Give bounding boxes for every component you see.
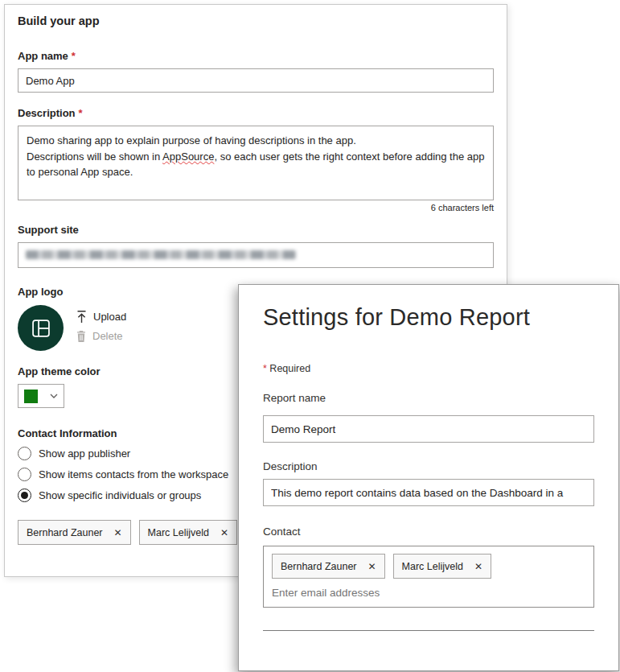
- radio-label: Show specific individuals or groups: [39, 489, 201, 501]
- upload-label: Upload: [93, 311, 126, 323]
- support-site-label: Support site: [18, 224, 494, 236]
- app-logo-icon: [30, 317, 52, 340]
- app-name-label-text: App name: [18, 50, 68, 62]
- required-asterisk: *: [79, 107, 83, 119]
- chip-remove-icon[interactable]: ✕: [368, 561, 376, 572]
- contact-chip[interactable]: Bernhard Zauner ✕: [18, 520, 131, 545]
- radio-circle: [18, 489, 31, 502]
- contact-label: Contact: [263, 526, 594, 538]
- build-panel-title: Build your app: [18, 14, 494, 27]
- theme-color-dropdown[interactable]: [18, 384, 64, 408]
- appsource-word: AppSource: [162, 150, 214, 163]
- contact-chip[interactable]: Marc Lelijveld ✕: [139, 520, 237, 545]
- description-label: Description*: [18, 107, 494, 119]
- chip-name: Marc Lelijveld: [148, 527, 209, 538]
- description-label-text: Description: [18, 107, 76, 119]
- radio-label: Show items contacts from the workspace: [39, 468, 228, 480]
- chevron-down-icon: [50, 394, 58, 398]
- radio-circle: [18, 468, 31, 481]
- email-address-input[interactable]: [272, 587, 585, 599]
- chip-remove-icon[interactable]: ✕: [114, 527, 122, 538]
- description-textarea[interactable]: Demo sharing app to explain purpose of h…: [18, 126, 494, 200]
- report-name-label: Report name: [263, 392, 594, 404]
- contact-chips-row: Bernhard Zauner ✕ Marc Lelijveld ✕: [272, 554, 585, 579]
- contact-chip[interactable]: Bernhard Zauner ✕: [272, 554, 385, 579]
- app-logo-circle: [18, 305, 64, 351]
- report-name-input[interactable]: [263, 415, 594, 443]
- contact-people-picker[interactable]: Bernhard Zauner ✕ Marc Lelijveld ✕: [263, 546, 594, 608]
- report-description-input[interactable]: [263, 479, 594, 506]
- characters-left-counter: 6 characters left: [18, 203, 494, 212]
- required-note-text: Required: [269, 363, 310, 374]
- contact-chip[interactable]: Marc Lelijveld ✕: [393, 554, 491, 579]
- delete-button[interactable]: Delete: [76, 330, 126, 342]
- upload-button[interactable]: Upload: [76, 311, 126, 323]
- radio-circle: [18, 447, 31, 460]
- support-site-input[interactable]: [18, 242, 494, 268]
- description-line2: Descriptions will be shown in AppSource,…: [27, 149, 485, 180]
- upload-icon: [76, 311, 87, 323]
- report-settings-panel: Settings for Demo Report * Required Repo…: [238, 284, 619, 671]
- description-line2-pre: Descriptions will be shown in: [27, 150, 162, 163]
- app-name-label: App name*: [18, 50, 494, 62]
- chip-name: Marc Lelijveld: [402, 561, 463, 572]
- description-line1: Demo sharing app to explain purpose of h…: [27, 133, 485, 149]
- required-asterisk: *: [72, 50, 76, 62]
- required-asterisk: *: [263, 363, 267, 374]
- settings-panel-title: Settings for Demo Report: [263, 304, 594, 331]
- required-note: * Required: [263, 363, 594, 374]
- chip-remove-icon[interactable]: ✕: [474, 561, 482, 572]
- delete-label: Delete: [92, 330, 123, 342]
- chip-name: Bernhard Zauner: [281, 561, 357, 572]
- section-divider: [263, 630, 594, 631]
- chip-name: Bernhard Zauner: [27, 527, 103, 538]
- theme-color-swatch: [24, 390, 38, 403]
- trash-icon: [76, 331, 86, 342]
- redacted-url-blur: [26, 250, 296, 259]
- report-description-label: Description: [263, 460, 594, 472]
- radio-label: Show app publisher: [39, 447, 130, 460]
- logo-actions: Upload Delete: [76, 311, 126, 342]
- chip-remove-icon[interactable]: ✕: [220, 527, 228, 538]
- app-name-input[interactable]: [18, 68, 494, 93]
